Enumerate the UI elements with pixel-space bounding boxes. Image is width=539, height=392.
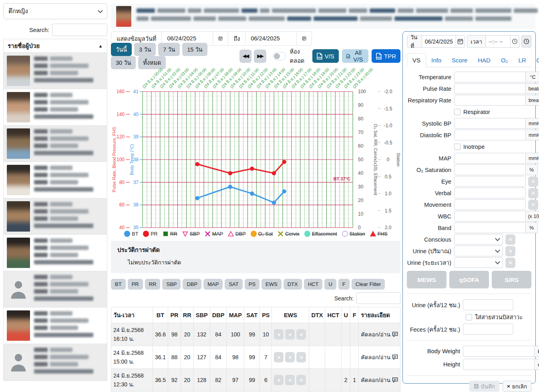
panel-date-input[interactable]: 06/24/2025 bbox=[422, 35, 456, 48]
filter-button-SBP[interactable]: SBP bbox=[162, 279, 181, 290]
legend-item-Cervix[interactable]: Cervix bbox=[277, 230, 299, 237]
score-button-MEWS[interactable]: MEWS bbox=[407, 271, 446, 288]
patient-list-item[interactable] bbox=[4, 89, 107, 126]
filter-button-DTX[interactable]: DTX bbox=[284, 279, 302, 290]
patient-list-item[interactable] bbox=[4, 271, 107, 308]
legend-item-PR[interactable]: PR bbox=[143, 230, 157, 237]
clear-field-button[interactable]: × bbox=[505, 258, 515, 268]
clock-icon[interactable] bbox=[511, 35, 519, 48]
urinary-catheter-checkbox[interactable] bbox=[466, 314, 472, 320]
legend-item-OSat[interactable]: O₂ Sat bbox=[250, 230, 273, 237]
respiratory-rate-input[interactable] bbox=[454, 95, 526, 106]
patient-list-item[interactable] bbox=[4, 198, 107, 235]
ews-clear-button[interactable]: × bbox=[274, 375, 284, 385]
o--saturation-input[interactable] bbox=[454, 164, 526, 175]
clear-field-button[interactable]: × bbox=[505, 234, 515, 245]
ews-clear-button[interactable]: × bbox=[296, 329, 306, 340]
ews-clear-button[interactable]: × bbox=[285, 375, 295, 385]
filter-button-F[interactable]: F bbox=[338, 279, 350, 290]
legend-item-DBP[interactable]: DBP bbox=[227, 230, 246, 237]
clear-field-button[interactable]: × bbox=[528, 188, 538, 198]
score-button-SiRS[interactable]: SiRS bbox=[492, 271, 531, 288]
forward-button[interactable]: ▶▶ bbox=[254, 50, 266, 63]
legend-item-Station[interactable]: Station bbox=[342, 230, 365, 237]
calendar-icon[interactable] bbox=[296, 32, 312, 45]
range-button-7วัน[interactable]: 7 วัน bbox=[158, 43, 180, 56]
panel-time-input[interactable]: --:-- -- bbox=[486, 35, 510, 48]
clear-field-button[interactable]: × bbox=[528, 200, 538, 210]
score-button-qSOFA[interactable]: qSOFA bbox=[449, 271, 489, 288]
urine--ระยะเวลา--select[interactable] bbox=[454, 257, 503, 268]
filter-button-U[interactable]: U bbox=[324, 279, 336, 290]
clear-filter-button[interactable]: Clear Filter bbox=[352, 279, 385, 290]
patient-list-item[interactable] bbox=[4, 162, 107, 198]
ward-select[interactable]: ตึกหญิง bbox=[3, 3, 107, 19]
range-button-15วัน[interactable]: 15 วัน bbox=[182, 43, 207, 56]
patient-list-item[interactable] bbox=[4, 308, 107, 344]
date-to-input[interactable]: 06/24/2025 bbox=[245, 32, 296, 45]
tab-HAD[interactable]: HAD bbox=[473, 54, 496, 67]
conscious-select[interactable] bbox=[454, 234, 503, 245]
legend-item-RR[interactable]: RR bbox=[162, 230, 177, 237]
save-button[interactable]: บันทึก bbox=[469, 381, 499, 392]
filter-button-PS[interactable]: PS bbox=[245, 279, 259, 290]
filter-button-MAP[interactable]: MAP bbox=[203, 279, 223, 290]
patient-list-item[interactable] bbox=[4, 235, 107, 271]
pdf-export-button-TPR[interactable]: PDFTPR bbox=[372, 49, 400, 63]
ews-clear-button[interactable]: × bbox=[296, 352, 306, 362]
systolic-bp-input[interactable] bbox=[454, 118, 526, 129]
clear-field-button[interactable]: × bbox=[528, 176, 538, 187]
urine-count-input[interactable] bbox=[463, 299, 513, 310]
calendar-icon[interactable] bbox=[456, 35, 465, 48]
filter-button-HCT[interactable]: HCT bbox=[304, 279, 323, 290]
filter-button-EWS[interactable]: EWS bbox=[261, 279, 282, 290]
ews-clear-button[interactable]: × bbox=[285, 352, 295, 362]
pulse-rate-input[interactable] bbox=[454, 83, 526, 94]
pdf-export-button-AllVS[interactable]: PDFAll V/S bbox=[342, 49, 368, 63]
urine--ปริมาณ--select[interactable] bbox=[454, 246, 503, 256]
delivery-room-toggle[interactable] bbox=[273, 52, 286, 60]
tab-VS[interactable]: VS bbox=[407, 53, 426, 67]
filter-button-PR[interactable]: PR bbox=[128, 279, 143, 290]
ews-clear-button[interactable]: × bbox=[285, 329, 295, 340]
legend-item-FHS[interactable]: FHS bbox=[370, 230, 388, 237]
wbc-input[interactable] bbox=[454, 211, 526, 222]
legend-item-BT[interactable]: BT bbox=[124, 230, 138, 237]
copy-read-link[interactable]: คัดลอก/อ่าน bbox=[361, 330, 398, 339]
tab-LR[interactable]: LR bbox=[513, 54, 531, 67]
filter-button-DBP[interactable]: DBP bbox=[183, 279, 201, 290]
clear-field-button[interactable]: × bbox=[505, 246, 515, 256]
sort-ascending-icon[interactable]: ▲ bbox=[98, 43, 103, 49]
legend-item-SBP[interactable]: SBP bbox=[182, 230, 200, 237]
copy-read-link[interactable]: คัดลอก/อ่าน bbox=[361, 353, 398, 362]
body-weight-input[interactable] bbox=[463, 346, 535, 357]
range-button-วันนี้[interactable]: วันนี้ bbox=[111, 43, 132, 56]
patient-search-input[interactable] bbox=[52, 24, 107, 36]
verbal-input[interactable] bbox=[454, 188, 526, 198]
cancel-button[interactable]: × ยกเลิก bbox=[503, 381, 531, 392]
rewind-button[interactable]: ◀◀ bbox=[239, 50, 252, 63]
range-button-3วัน[interactable]: 3 วัน bbox=[134, 43, 156, 56]
filter-button-RR[interactable]: RR bbox=[145, 279, 161, 290]
patient-list-item[interactable] bbox=[4, 344, 107, 380]
ews-clear-button[interactable]: × bbox=[274, 352, 284, 362]
set-now-clock-button[interactable] bbox=[521, 35, 531, 48]
temperature-input[interactable] bbox=[454, 72, 526, 82]
ews-clear-button[interactable]: × bbox=[274, 329, 284, 340]
filter-button-BT[interactable]: BT bbox=[111, 279, 126, 290]
patient-list-item[interactable] bbox=[4, 53, 107, 89]
filter-button-SAT[interactable]: SAT bbox=[225, 279, 242, 290]
map-input[interactable] bbox=[454, 153, 526, 164]
tab-Info[interactable]: Info bbox=[426, 54, 446, 67]
diastolic-bp-input[interactable] bbox=[454, 130, 526, 140]
table-search-input[interactable] bbox=[356, 292, 400, 304]
tab-Score[interactable]: Score bbox=[446, 54, 473, 67]
ews-clear-button[interactable]: × bbox=[296, 375, 306, 385]
movement-input[interactable] bbox=[454, 199, 526, 210]
tab-O2[interactable]: O₂ bbox=[496, 54, 513, 67]
copy-read-link[interactable]: คัดลอก/อ่าน bbox=[361, 376, 398, 384]
pdf-export-button-VS[interactable]: PDFV/S bbox=[312, 49, 339, 63]
band-input[interactable] bbox=[454, 222, 526, 233]
inotrope-checkbox[interactable] bbox=[454, 144, 461, 150]
legend-item-Effacement[interactable]: Effacement bbox=[304, 230, 337, 237]
